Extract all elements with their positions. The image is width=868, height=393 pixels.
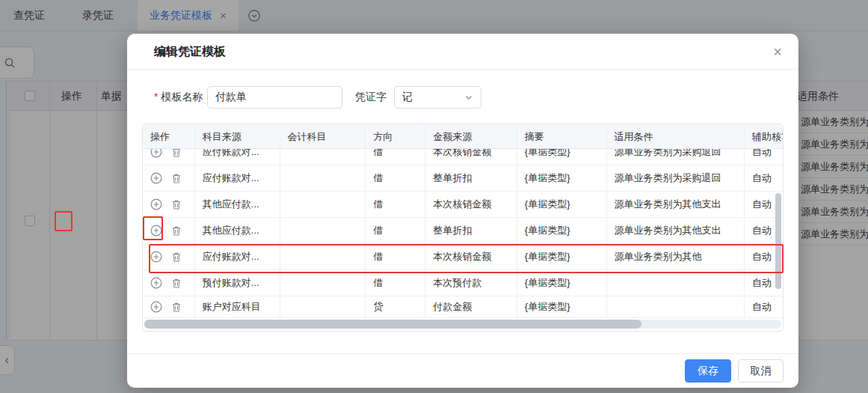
amount-source-cell[interactable]: 付款金额 bbox=[425, 296, 517, 317]
assist-cell[interactable]: 自动 bbox=[745, 296, 783, 317]
summary-cell[interactable]: {单据类型} bbox=[517, 218, 607, 243]
header-op: 操作 bbox=[143, 124, 195, 150]
amount-source-cell[interactable]: 本次核销金额 bbox=[425, 149, 517, 165]
row-actions bbox=[143, 270, 195, 296]
summary-cell[interactable]: {单据类型} bbox=[517, 165, 607, 191]
condition-cell[interactable]: 源单业务类别为采购退回 bbox=[607, 149, 745, 165]
add-row-icon[interactable] bbox=[150, 277, 162, 289]
subject-source-cell[interactable]: 应付账款对... bbox=[195, 165, 280, 191]
delete-row-icon[interactable] bbox=[171, 225, 182, 237]
amount-source-cell[interactable]: 整单折扣 bbox=[425, 218, 517, 243]
table-row: 应付账款对... 借 本次核销金额 {单据类型} 源单业务类别为采购退回 自动 bbox=[143, 149, 783, 165]
horizontal-scrollbar-track[interactable] bbox=[144, 320, 781, 329]
condition-cell[interactable] bbox=[607, 270, 745, 296]
header-condition: 适用条件 bbox=[607, 124, 745, 150]
summary-cell[interactable]: {单据类型} bbox=[517, 149, 607, 165]
delete-row-icon[interactable] bbox=[171, 302, 182, 313]
header-account: 会计科目 bbox=[280, 124, 366, 150]
add-row-icon[interactable] bbox=[150, 149, 162, 158]
subject-source-cell[interactable]: 预付账款对... bbox=[195, 270, 280, 296]
add-row-icon[interactable] bbox=[150, 198, 162, 210]
direction-cell[interactable]: 借 bbox=[366, 165, 425, 191]
account-cell[interactable] bbox=[280, 149, 366, 165]
direction-cell[interactable]: 借 bbox=[366, 149, 425, 165]
table-row: 预付账款对... 借 本次预付款 {单据类型} 自动 bbox=[143, 270, 783, 296]
condition-cell[interactable]: 源单业务类别为其他支出 bbox=[607, 192, 745, 217]
direction-cell[interactable]: 借 bbox=[366, 270, 425, 296]
annotation-box-row bbox=[149, 244, 784, 273]
header-assist: 辅助核算 bbox=[745, 124, 783, 150]
condition-cell[interactable]: 源单业务类别为其他支出 bbox=[607, 218, 745, 243]
header-summary: 摘要 bbox=[517, 124, 607, 150]
condition-cell[interactable]: 源单业务类别为采购退回 bbox=[607, 165, 745, 191]
account-cell[interactable] bbox=[280, 270, 366, 296]
modal-header: 编辑凭证模板 × bbox=[127, 34, 798, 70]
delete-row-icon[interactable] bbox=[171, 173, 182, 184]
summary-cell[interactable]: {单据类型} bbox=[517, 192, 607, 217]
direction-cell[interactable]: 贷 bbox=[366, 296, 425, 317]
subject-source-cell[interactable]: 其他应付款... bbox=[195, 218, 280, 243]
add-row-icon[interactable] bbox=[150, 172, 162, 184]
header-amount-source: 金额来源 bbox=[425, 124, 517, 150]
account-cell[interactable] bbox=[280, 165, 366, 191]
add-row-icon[interactable] bbox=[150, 301, 162, 313]
condition-cell[interactable] bbox=[607, 296, 745, 317]
required-mark: * bbox=[154, 91, 158, 103]
table-row: 应付账款对... 借 整单折扣 {单据类型} 源单业务类别为采购退回 自动 bbox=[143, 165, 783, 192]
summary-cell[interactable]: {单据类型} bbox=[517, 296, 607, 317]
amount-source-cell[interactable]: 本次核销金额 bbox=[425, 192, 517, 217]
footer-divider bbox=[127, 353, 798, 354]
subject-source-cell[interactable]: 其他应付款... bbox=[195, 192, 280, 217]
table-row: 其他应付款... 借 本次核销金额 {单据类型} 源单业务类别为其他支出 自动 bbox=[143, 192, 783, 218]
annotation-box-add-icon bbox=[143, 216, 163, 240]
summary-cell[interactable]: {单据类型} bbox=[517, 270, 607, 296]
row-actions bbox=[143, 149, 195, 165]
modal-form: *模板名称 凭证字 记 bbox=[127, 86, 798, 109]
table-row: 账户对应科目 贷 付款金额 {单据类型} 自动 bbox=[143, 296, 783, 318]
chevron-down-icon bbox=[464, 93, 473, 102]
account-cell[interactable] bbox=[280, 192, 366, 217]
account-cell[interactable] bbox=[280, 218, 366, 243]
row-actions bbox=[143, 165, 195, 191]
modal-close-icon[interactable]: × bbox=[773, 43, 782, 61]
assist-cell[interactable]: 自动 bbox=[745, 149, 783, 165]
header-subject-source: 科目来源 bbox=[195, 124, 280, 150]
delete-row-icon[interactable] bbox=[171, 199, 182, 210]
voucher-word-value: 记 bbox=[402, 91, 413, 104]
entries-table-header: 操作 科目来源 会计科目 方向 金额来源 摘要 适用条件 辅助核算 bbox=[143, 124, 783, 149]
edit-voucher-template-modal: 编辑凭证模板 × *模板名称 凭证字 记 操作 科目来源 会计科目 方向 金额来… bbox=[127, 34, 798, 388]
annotation-box-edit-icon bbox=[55, 211, 73, 231]
template-name-label: *模板名称 bbox=[154, 91, 203, 104]
vertical-scrollbar-thumb[interactable] bbox=[775, 193, 781, 289]
subject-source-cell[interactable]: 账户对应科目 bbox=[195, 296, 280, 317]
table-row: 其他应付款... 借 整单折扣 {单据类型} 源单业务类别为其他支出 自动 bbox=[143, 218, 783, 244]
horizontal-scrollbar-thumb[interactable] bbox=[144, 320, 641, 329]
template-entries-table: 操作 科目来源 会计科目 方向 金额来源 摘要 适用条件 辅助核算 应付账款对.… bbox=[142, 124, 784, 332]
assist-cell[interactable]: 自动 bbox=[745, 165, 783, 191]
amount-source-cell[interactable]: 本次预付款 bbox=[425, 270, 517, 296]
subject-source-cell[interactable]: 应付账款对... bbox=[195, 149, 280, 165]
voucher-word-select[interactable]: 记 bbox=[394, 86, 481, 109]
direction-cell[interactable]: 借 bbox=[366, 218, 425, 243]
delete-row-icon[interactable] bbox=[171, 278, 182, 289]
account-cell[interactable] bbox=[280, 296, 366, 317]
amount-source-cell[interactable]: 整单折扣 bbox=[425, 165, 517, 191]
row-actions bbox=[143, 192, 195, 217]
delete-row-icon[interactable] bbox=[171, 149, 182, 158]
direction-cell[interactable]: 借 bbox=[366, 192, 425, 217]
header-direction: 方向 bbox=[366, 124, 425, 150]
template-name-input[interactable] bbox=[207, 86, 342, 109]
modal-title: 编辑凭证模板 bbox=[154, 34, 226, 70]
voucher-word-label: 凭证字 bbox=[355, 91, 387, 104]
cancel-button[interactable]: 取消 bbox=[738, 359, 784, 383]
save-button[interactable]: 保存 bbox=[685, 359, 731, 383]
row-actions bbox=[143, 296, 195, 317]
